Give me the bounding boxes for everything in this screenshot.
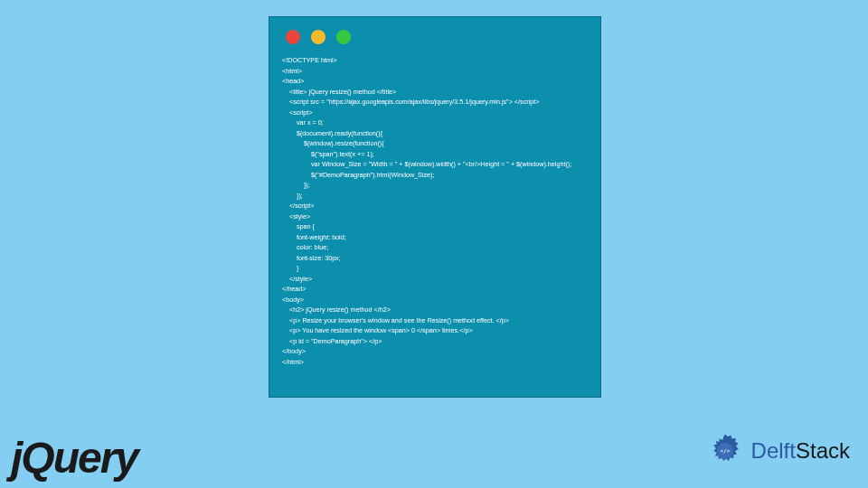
delftstack-text: DelftStack — [751, 438, 850, 464]
svg-text:</>: </> — [720, 447, 730, 454]
delft-suffix: Stack — [796, 438, 850, 463]
delftstack-gear-icon: </> — [704, 430, 746, 472]
minimize-icon — [311, 30, 326, 44]
jquery-logo: jQuery — [11, 433, 137, 483]
close-icon — [286, 30, 300, 44]
code-snippet-window: <!DOCTYPE html> <html> <head> <title> jQ… — [269, 16, 601, 398]
maximize-icon — [336, 30, 351, 44]
window-traffic-lights — [286, 30, 588, 44]
code-content: <!DOCTYPE html> <html> <head> <title> jQ… — [282, 55, 588, 367]
jquery-logo-text: jQuery — [11, 434, 137, 482]
delftstack-logo: </> DelftStack — [704, 430, 850, 472]
delft-prefix: Delft — [751, 438, 796, 463]
